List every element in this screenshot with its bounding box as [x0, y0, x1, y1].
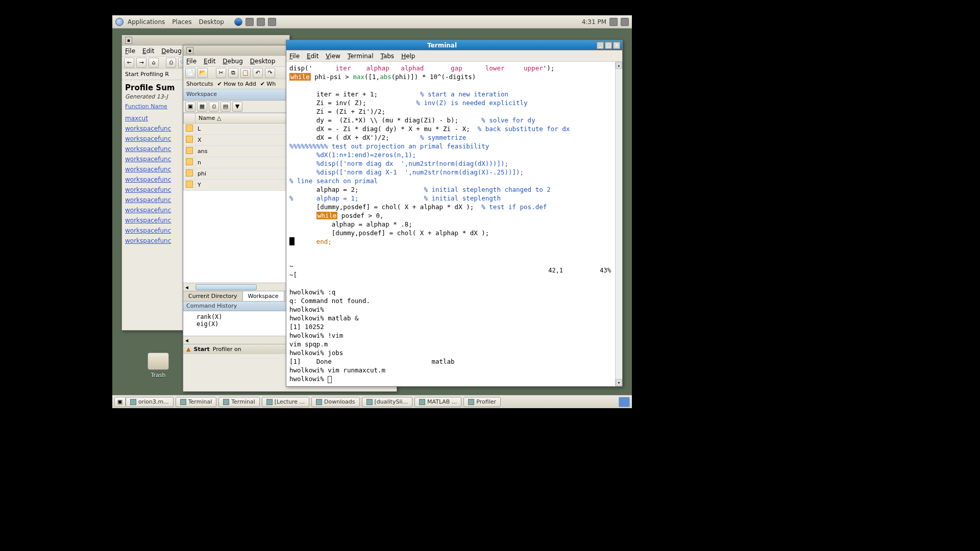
new-button[interactable]: 📄 — [185, 68, 195, 78]
maximize-button[interactable]: ▢ — [605, 42, 612, 49]
applications-menu[interactable]: Applications — [128, 18, 165, 26]
ws-btn-2[interactable]: ▦ — [197, 102, 207, 112]
ws-btn-1[interactable]: ▣ — [185, 102, 195, 112]
ws-btn-3[interactable]: ⎙ — [209, 102, 219, 112]
tab-current-directory[interactable]: Current Directory — [183, 291, 243, 301]
copy-button[interactable]: ⧉ — [228, 68, 238, 78]
shortcut-wh[interactable]: ✔ Wh — [260, 81, 276, 87]
terminal-window: Terminal _ ▢ ✕ File Edit View Terminal T… — [286, 40, 623, 387]
app-icon — [419, 399, 425, 405]
back-button[interactable]: ← — [124, 58, 134, 68]
taskbar-item[interactable]: orion3.m... — [126, 397, 174, 407]
menu-debug[interactable]: Debug — [223, 58, 242, 65]
var-icon — [186, 136, 193, 143]
taskbar-item[interactable]: [dualitySli... — [362, 397, 413, 407]
paste-button[interactable]: 📋 — [240, 68, 251, 78]
gnome-foot-icon — [115, 18, 124, 26]
menu-terminal[interactable]: Terminal — [348, 53, 374, 60]
volume-icon[interactable] — [609, 18, 618, 26]
shutdown-icon[interactable] — [621, 18, 629, 26]
redo-button[interactable]: ↷ — [265, 68, 275, 78]
menu-desktop[interactable]: Desktop — [250, 58, 276, 65]
vim-code-view: disp(' iter alphap alphad gap lower uppe… — [289, 64, 619, 246]
gnome-top-panel: Applications Places Desktop 4:31 PM — [112, 15, 632, 29]
var-icon — [186, 158, 193, 165]
var-icon — [186, 124, 193, 132]
tab-workspace[interactable]: Workspace — [243, 291, 284, 301]
tray-icon-3[interactable] — [257, 18, 265, 26]
menu-file[interactable]: File — [186, 58, 197, 65]
scroll-up-icon[interactable]: ▴ — [616, 62, 622, 69]
print-button[interactable]: ⎙ — [166, 58, 176, 68]
show-desktop-button[interactable]: ▣ — [114, 397, 126, 407]
menu-edit[interactable]: Edit — [142, 47, 154, 55]
profiler-titlebar[interactable]: ▪ — [122, 35, 289, 45]
clock[interactable]: 4:31 PM — [582, 18, 606, 26]
taskbar-item[interactable]: [Lecture ... — [262, 397, 309, 407]
trash-desktop-icon[interactable]: Trash — [143, 353, 174, 379]
open-button[interactable]: 📂 — [198, 68, 208, 78]
profiler-sysmenu-icon[interactable]: ▪ — [125, 37, 132, 44]
app-icon — [366, 399, 373, 405]
close-button[interactable]: ✕ — [613, 42, 620, 49]
shell-cursor — [328, 376, 332, 383]
terminal-body[interactable]: disp(' iter alphap alphad gap lower uppe… — [286, 62, 622, 386]
tray-icon-2[interactable] — [246, 18, 254, 26]
gnome-bottom-panel: ▣ orion3.m... Terminal Terminal [Lecture… — [112, 395, 632, 408]
firefox-icon[interactable] — [234, 18, 242, 26]
start-button[interactable]: ▲ — [186, 346, 190, 353]
menu-help[interactable]: Help — [401, 53, 415, 60]
terminal-vscrollbar[interactable]: ▴ ▾ — [615, 62, 622, 386]
app-icon — [223, 399, 229, 405]
app-icon — [130, 399, 136, 405]
undo-button[interactable]: ↶ — [253, 68, 263, 78]
menu-edit[interactable]: Edit — [307, 53, 318, 60]
var-icon — [186, 169, 193, 177]
how-to-add-shortcut[interactable]: ✔ How to Add — [217, 81, 256, 87]
menu-file[interactable]: File — [125, 47, 135, 55]
vim-cursor — [289, 237, 295, 245]
terminal-title: Terminal — [288, 42, 596, 49]
menu-tabs[interactable]: Tabs — [381, 53, 395, 60]
cut-button[interactable]: ✂ — [216, 68, 226, 78]
taskbar-item[interactable]: MATLAB ... — [414, 397, 461, 407]
status-message: Profiler on — [213, 346, 241, 353]
trash-label: Trash — [143, 372, 174, 379]
app-icon — [266, 399, 273, 405]
forward-button[interactable]: → — [136, 58, 146, 68]
tray-icon-4[interactable] — [268, 18, 276, 26]
matlab-sysmenu-icon[interactable]: ▪ — [186, 47, 193, 54]
var-icon — [186, 147, 193, 154]
shell-output: ~ ~[ hwolkowi% :q q: Command not found. … — [289, 262, 612, 383]
taskbar-item[interactable]: Terminal — [218, 397, 260, 407]
menu-edit[interactable]: Edit — [204, 58, 215, 65]
terminal-menubar: File Edit View Terminal Tabs Help — [286, 51, 622, 62]
app-icon — [468, 399, 474, 405]
var-icon — [186, 181, 193, 188]
app-icon — [316, 399, 322, 405]
start-label[interactable]: Start — [193, 346, 209, 353]
home-button[interactable]: ⌂ — [149, 58, 159, 68]
menu-view[interactable]: View — [326, 53, 340, 60]
hscroll-thumb[interactable] — [195, 284, 257, 290]
terminal-titlebar[interactable]: Terminal _ ▢ ✕ — [286, 40, 622, 51]
taskbar-item[interactable]: Downloads — [311, 397, 359, 407]
desktop-menu[interactable]: Desktop — [199, 18, 224, 26]
menu-debug[interactable]: Debug — [161, 47, 181, 55]
col-name[interactable]: Name △ — [195, 113, 291, 123]
ws-btn-4[interactable]: ▤ — [220, 102, 231, 112]
scroll-down-icon[interactable]: ▾ — [616, 379, 622, 386]
menu-file[interactable]: File — [289, 53, 300, 60]
ws-btn-5[interactable]: ▼ — [232, 102, 242, 112]
taskbar-item[interactable]: Profiler — [463, 397, 501, 407]
minimize-button[interactable]: _ — [597, 42, 604, 49]
shortcuts-label: Shortcuts — [186, 81, 213, 87]
taskbar-item[interactable]: Terminal — [176, 397, 217, 407]
app-icon — [180, 399, 186, 405]
workspace-switcher[interactable] — [619, 397, 630, 407]
places-menu[interactable]: Places — [172, 18, 191, 26]
trash-folder-icon — [148, 353, 169, 370]
